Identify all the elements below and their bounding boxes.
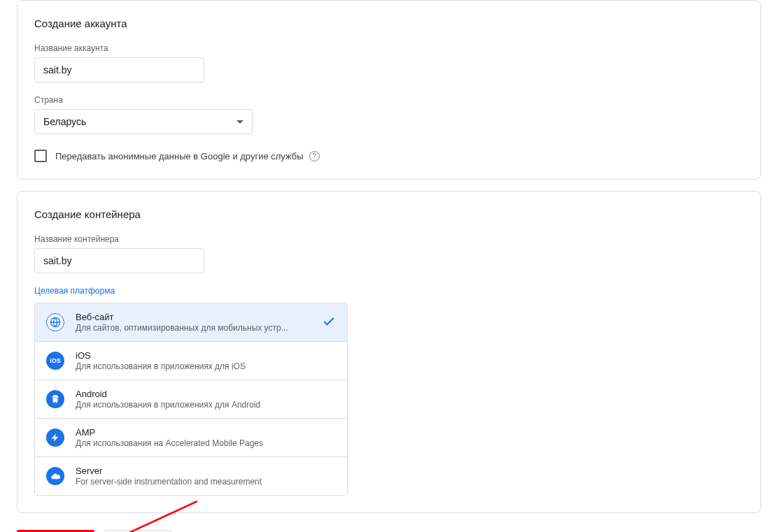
account-card-title: Создание аккаунта — [34, 17, 744, 29]
platform-desc: Для использования на Accelerated Mobile … — [76, 438, 336, 448]
target-platform-label: Целевая платформа — [34, 286, 744, 296]
platform-item-web[interactable]: Веб-сайт Для сайтов, оптимизированных дл… — [35, 303, 347, 342]
check-icon — [322, 315, 336, 331]
platform-title: Android — [76, 389, 336, 399]
account-creation-card: Создание аккаунта Название аккаунта Стра… — [17, 0, 761, 180]
container-creation-card: Создание контейнера Название контейнера … — [17, 191, 761, 513]
account-name-label: Название аккаунта — [34, 43, 744, 53]
platform-item-server[interactable]: Server For server-side instrumentation a… — [35, 457, 347, 495]
platform-list: Веб-сайт Для сайтов, оптимизированных дл… — [34, 303, 348, 496]
globe-icon — [46, 313, 64, 331]
platform-desc: Для использования в приложениях для Andr… — [76, 400, 336, 410]
share-data-label: Передавать анонимные данные в Google и д… — [55, 151, 320, 161]
cloud-icon — [46, 467, 64, 485]
share-data-checkbox[interactable] — [34, 150, 47, 162]
help-icon[interactable]: ? — [309, 151, 320, 161]
chevron-down-icon — [236, 120, 243, 124]
country-select-value: Беларусь — [43, 116, 86, 127]
platform-item-android[interactable]: Android Для использования в приложениях … — [35, 380, 347, 419]
platform-desc: For server-side instrumentation and meas… — [76, 477, 336, 487]
platform-desc: Для использования в приложениях для iOS — [76, 361, 336, 371]
account-name-input[interactable] — [34, 57, 204, 82]
ios-icon: iOS — [46, 352, 64, 370]
container-card-title: Создание контейнера — [34, 208, 744, 220]
country-label: Страна — [34, 95, 744, 105]
platform-item-ios[interactable]: iOS iOS Для использования в приложениях … — [35, 342, 347, 380]
platform-item-amp[interactable]: AMP Для использования на Accelerated Mob… — [35, 419, 347, 457]
platform-title: Веб-сайт — [76, 312, 305, 322]
platform-title: Server — [76, 466, 336, 476]
platform-desc: Для сайтов, оптимизированных для мобильн… — [76, 323, 305, 333]
android-icon — [46, 390, 64, 408]
platform-title: AMP — [76, 427, 336, 438]
form-button-row: Создать Отмена — [17, 524, 761, 532]
lightning-icon — [46, 429, 64, 447]
container-name-input[interactable] — [34, 248, 204, 273]
platform-title: iOS — [76, 350, 336, 361]
country-select[interactable]: Беларусь — [34, 109, 253, 134]
container-name-label: Название контейнера — [34, 234, 744, 244]
